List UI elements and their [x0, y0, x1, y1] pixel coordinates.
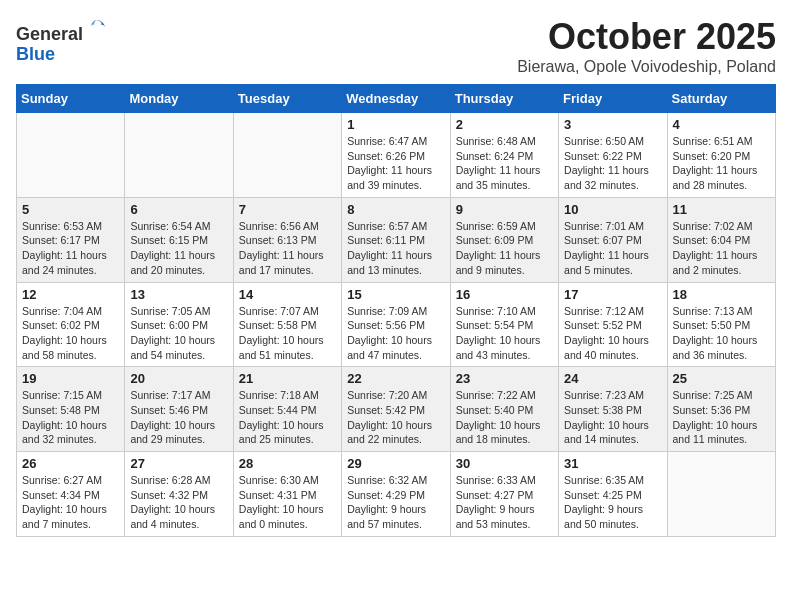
- week-row-3: 12Sunrise: 7:04 AM Sunset: 6:02 PM Dayli…: [17, 282, 776, 367]
- day-detail: Sunrise: 7:09 AM Sunset: 5:56 PM Dayligh…: [347, 304, 444, 363]
- weekday-header-friday: Friday: [559, 85, 667, 113]
- day-detail: Sunrise: 7:22 AM Sunset: 5:40 PM Dayligh…: [456, 388, 553, 447]
- day-number: 8: [347, 202, 444, 217]
- calendar-cell: 16Sunrise: 7:10 AM Sunset: 5:54 PM Dayli…: [450, 282, 558, 367]
- day-number: 17: [564, 287, 661, 302]
- day-detail: Sunrise: 6:54 AM Sunset: 6:15 PM Dayligh…: [130, 219, 227, 278]
- day-number: 3: [564, 117, 661, 132]
- day-detail: Sunrise: 6:28 AM Sunset: 4:32 PM Dayligh…: [130, 473, 227, 532]
- weekday-header-saturday: Saturday: [667, 85, 775, 113]
- weekday-header-sunday: Sunday: [17, 85, 125, 113]
- logo-text-general: General: [16, 24, 83, 44]
- day-number: 15: [347, 287, 444, 302]
- day-number: 4: [673, 117, 770, 132]
- calendar-cell: 14Sunrise: 7:07 AM Sunset: 5:58 PM Dayli…: [233, 282, 341, 367]
- day-detail: Sunrise: 6:47 AM Sunset: 6:26 PM Dayligh…: [347, 134, 444, 193]
- week-row-5: 26Sunrise: 6:27 AM Sunset: 4:34 PM Dayli…: [17, 452, 776, 537]
- calendar-cell: 15Sunrise: 7:09 AM Sunset: 5:56 PM Dayli…: [342, 282, 450, 367]
- day-number: 21: [239, 371, 336, 386]
- day-detail: Sunrise: 6:50 AM Sunset: 6:22 PM Dayligh…: [564, 134, 661, 193]
- week-row-2: 5Sunrise: 6:53 AM Sunset: 6:17 PM Daylig…: [17, 197, 776, 282]
- day-number: 12: [22, 287, 119, 302]
- calendar-cell: [667, 452, 775, 537]
- day-number: 27: [130, 456, 227, 471]
- calendar-cell: 12Sunrise: 7:04 AM Sunset: 6:02 PM Dayli…: [17, 282, 125, 367]
- calendar-cell: 23Sunrise: 7:22 AM Sunset: 5:40 PM Dayli…: [450, 367, 558, 452]
- day-detail: Sunrise: 7:13 AM Sunset: 5:50 PM Dayligh…: [673, 304, 770, 363]
- day-detail: Sunrise: 6:27 AM Sunset: 4:34 PM Dayligh…: [22, 473, 119, 532]
- week-row-4: 19Sunrise: 7:15 AM Sunset: 5:48 PM Dayli…: [17, 367, 776, 452]
- day-number: 10: [564, 202, 661, 217]
- day-number: 13: [130, 287, 227, 302]
- day-detail: Sunrise: 6:32 AM Sunset: 4:29 PM Dayligh…: [347, 473, 444, 532]
- day-detail: Sunrise: 6:33 AM Sunset: 4:27 PM Dayligh…: [456, 473, 553, 532]
- day-detail: Sunrise: 7:05 AM Sunset: 6:00 PM Dayligh…: [130, 304, 227, 363]
- calendar-cell: 3Sunrise: 6:50 AM Sunset: 6:22 PM Daylig…: [559, 113, 667, 198]
- calendar-cell: 28Sunrise: 6:30 AM Sunset: 4:31 PM Dayli…: [233, 452, 341, 537]
- day-detail: Sunrise: 6:59 AM Sunset: 6:09 PM Dayligh…: [456, 219, 553, 278]
- day-detail: Sunrise: 7:25 AM Sunset: 5:36 PM Dayligh…: [673, 388, 770, 447]
- day-number: 25: [673, 371, 770, 386]
- day-detail: Sunrise: 7:02 AM Sunset: 6:04 PM Dayligh…: [673, 219, 770, 278]
- day-detail: Sunrise: 7:04 AM Sunset: 6:02 PM Dayligh…: [22, 304, 119, 363]
- month-title: October 2025: [517, 16, 776, 58]
- calendar-cell: [17, 113, 125, 198]
- calendar-cell: 26Sunrise: 6:27 AM Sunset: 4:34 PM Dayli…: [17, 452, 125, 537]
- calendar-table: SundayMondayTuesdayWednesdayThursdayFrid…: [16, 84, 776, 537]
- day-detail: Sunrise: 6:48 AM Sunset: 6:24 PM Dayligh…: [456, 134, 553, 193]
- calendar-cell: 19Sunrise: 7:15 AM Sunset: 5:48 PM Dayli…: [17, 367, 125, 452]
- calendar-cell: 17Sunrise: 7:12 AM Sunset: 5:52 PM Dayli…: [559, 282, 667, 367]
- calendar-cell: 4Sunrise: 6:51 AM Sunset: 6:20 PM Daylig…: [667, 113, 775, 198]
- logo-text-blue: Blue: [16, 44, 55, 64]
- calendar-cell: 21Sunrise: 7:18 AM Sunset: 5:44 PM Dayli…: [233, 367, 341, 452]
- calendar-cell: 2Sunrise: 6:48 AM Sunset: 6:24 PM Daylig…: [450, 113, 558, 198]
- calendar-cell: 22Sunrise: 7:20 AM Sunset: 5:42 PM Dayli…: [342, 367, 450, 452]
- calendar-cell: 6Sunrise: 6:54 AM Sunset: 6:15 PM Daylig…: [125, 197, 233, 282]
- calendar-cell: 31Sunrise: 6:35 AM Sunset: 4:25 PM Dayli…: [559, 452, 667, 537]
- calendar-cell: 7Sunrise: 6:56 AM Sunset: 6:13 PM Daylig…: [233, 197, 341, 282]
- calendar-cell: 5Sunrise: 6:53 AM Sunset: 6:17 PM Daylig…: [17, 197, 125, 282]
- day-number: 22: [347, 371, 444, 386]
- day-detail: Sunrise: 7:07 AM Sunset: 5:58 PM Dayligh…: [239, 304, 336, 363]
- day-detail: Sunrise: 6:30 AM Sunset: 4:31 PM Dayligh…: [239, 473, 336, 532]
- day-number: 16: [456, 287, 553, 302]
- location-subtitle: Bierawa, Opole Voivodeship, Poland: [517, 58, 776, 76]
- weekday-header-monday: Monday: [125, 85, 233, 113]
- calendar-cell: 20Sunrise: 7:17 AM Sunset: 5:46 PM Dayli…: [125, 367, 233, 452]
- day-detail: Sunrise: 7:23 AM Sunset: 5:38 PM Dayligh…: [564, 388, 661, 447]
- day-number: 29: [347, 456, 444, 471]
- day-number: 23: [456, 371, 553, 386]
- title-block: October 2025 Bierawa, Opole Voivodeship,…: [517, 16, 776, 76]
- day-number: 24: [564, 371, 661, 386]
- day-number: 14: [239, 287, 336, 302]
- day-number: 2: [456, 117, 553, 132]
- calendar-cell: 30Sunrise: 6:33 AM Sunset: 4:27 PM Dayli…: [450, 452, 558, 537]
- weekday-header-thursday: Thursday: [450, 85, 558, 113]
- day-detail: Sunrise: 6:51 AM Sunset: 6:20 PM Dayligh…: [673, 134, 770, 193]
- day-number: 19: [22, 371, 119, 386]
- day-detail: Sunrise: 7:10 AM Sunset: 5:54 PM Dayligh…: [456, 304, 553, 363]
- day-detail: Sunrise: 7:15 AM Sunset: 5:48 PM Dayligh…: [22, 388, 119, 447]
- day-number: 20: [130, 371, 227, 386]
- weekday-header-wednesday: Wednesday: [342, 85, 450, 113]
- week-row-1: 1Sunrise: 6:47 AM Sunset: 6:26 PM Daylig…: [17, 113, 776, 198]
- logo: General Blue: [16, 16, 109, 65]
- day-detail: Sunrise: 7:20 AM Sunset: 5:42 PM Dayligh…: [347, 388, 444, 447]
- calendar-cell: 29Sunrise: 6:32 AM Sunset: 4:29 PM Dayli…: [342, 452, 450, 537]
- day-detail: Sunrise: 7:17 AM Sunset: 5:46 PM Dayligh…: [130, 388, 227, 447]
- day-detail: Sunrise: 6:53 AM Sunset: 6:17 PM Dayligh…: [22, 219, 119, 278]
- day-number: 28: [239, 456, 336, 471]
- day-detail: Sunrise: 7:01 AM Sunset: 6:07 PM Dayligh…: [564, 219, 661, 278]
- day-number: 18: [673, 287, 770, 302]
- day-number: 30: [456, 456, 553, 471]
- calendar-cell: 18Sunrise: 7:13 AM Sunset: 5:50 PM Dayli…: [667, 282, 775, 367]
- day-detail: Sunrise: 7:12 AM Sunset: 5:52 PM Dayligh…: [564, 304, 661, 363]
- day-number: 11: [673, 202, 770, 217]
- day-number: 1: [347, 117, 444, 132]
- day-number: 7: [239, 202, 336, 217]
- calendar-cell: 27Sunrise: 6:28 AM Sunset: 4:32 PM Dayli…: [125, 452, 233, 537]
- weekday-header-row: SundayMondayTuesdayWednesdayThursdayFrid…: [17, 85, 776, 113]
- day-detail: Sunrise: 6:35 AM Sunset: 4:25 PM Dayligh…: [564, 473, 661, 532]
- calendar-cell: 11Sunrise: 7:02 AM Sunset: 6:04 PM Dayli…: [667, 197, 775, 282]
- day-number: 6: [130, 202, 227, 217]
